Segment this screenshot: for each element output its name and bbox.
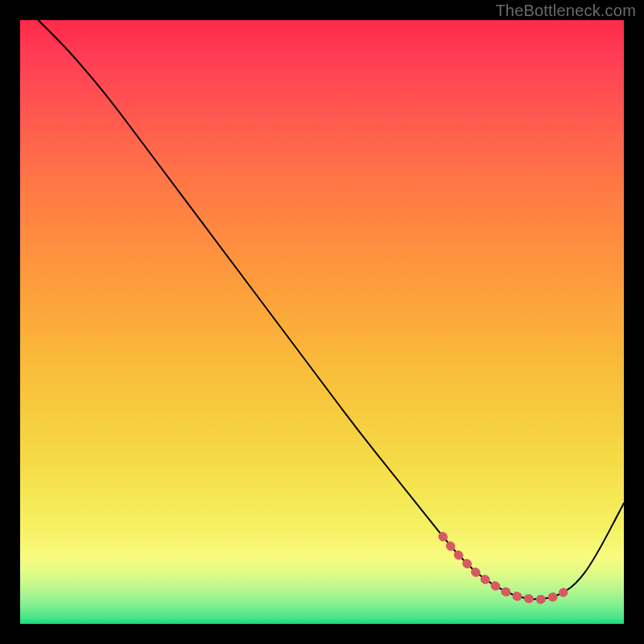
chart-svg [20, 20, 624, 624]
chart-area [20, 20, 624, 624]
optimal-range-marker [443, 536, 564, 600]
bottleneck-curve [39, 20, 625, 599]
watermark-text: TheBottleneck.com [495, 2, 636, 20]
